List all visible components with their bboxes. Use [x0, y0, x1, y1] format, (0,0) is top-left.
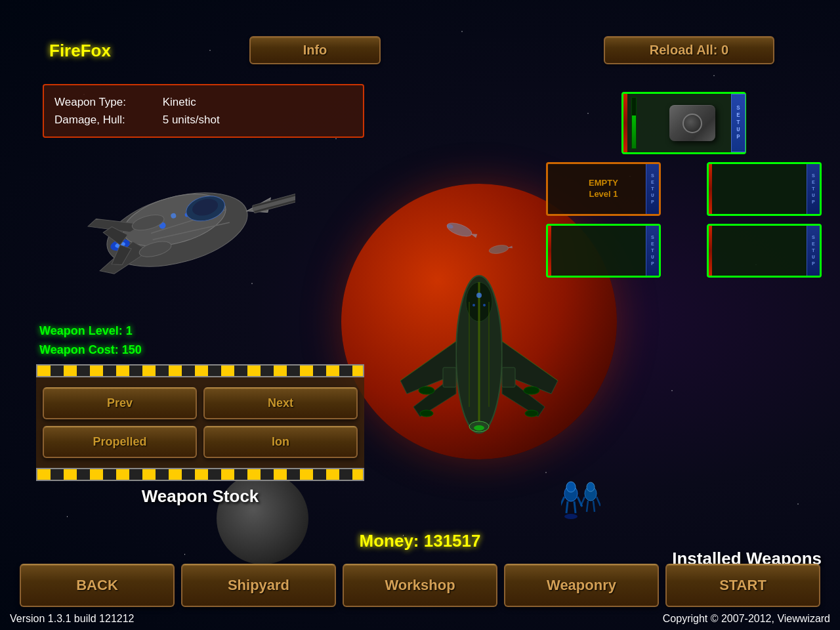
setup-tab-bot-left[interactable]: SETUP — [646, 226, 659, 276]
weaponry-button[interactable]: Weaponry — [504, 564, 659, 607]
start-button[interactable]: START — [665, 564, 820, 607]
svg-point-43 — [566, 482, 576, 492]
ship-name: FireFox — [49, 41, 111, 60]
svg-line-46 — [566, 501, 568, 513]
svg-rect-35 — [443, 368, 456, 387]
weapon-cost: Weapon Cost: 150 — [39, 341, 142, 360]
ship-display — [0, 118, 295, 322]
svg-point-40 — [472, 304, 475, 306]
hazard-border-top — [36, 364, 364, 377]
reload-all-button[interactable]: Reload All: 0 — [604, 36, 774, 64]
svg-point-41 — [483, 304, 486, 306]
svg-point-30 — [524, 387, 539, 394]
weapon-type-value: Kinetic — [163, 96, 196, 108]
small-fighters — [407, 210, 538, 292]
weapon-stats: Weapon Level: 1 Weapon Cost: 150 — [39, 322, 142, 360]
version-text: Version 1.3.1 build 121212 — [10, 613, 134, 625]
setup-tab-mid-left[interactable]: SETUP — [646, 164, 659, 214]
svg-line-53 — [587, 501, 588, 512]
copyright-text: Copyright © 2007-2012, Viewwizard — [663, 613, 830, 625]
svg-point-32 — [525, 410, 538, 417]
svg-point-48 — [564, 514, 578, 519]
prev-button[interactable]: Prev — [43, 387, 197, 419]
back-button[interactable]: BACK — [20, 564, 175, 607]
weapon-stock-title: Weapon Stock — [36, 486, 364, 507]
svg-line-54 — [593, 501, 595, 512]
money-display: Money: 131517 — [360, 531, 481, 551]
svg-point-50 — [587, 482, 595, 492]
weapon-slots-middle: EMPTYLevel 1 SETUP SETUP — [546, 162, 822, 216]
workshop-button[interactable]: Workshop — [343, 564, 497, 607]
propelled-button[interactable]: Propelled — [43, 426, 197, 458]
next-button[interactable]: Next — [203, 387, 358, 419]
weapon-slot-top[interactable]: SETUP — [621, 92, 746, 154]
svg-point-31 — [420, 410, 433, 417]
svg-point-34 — [474, 425, 484, 430]
weapon-level: Weapon Level: 1 — [39, 322, 142, 341]
svg-line-52 — [597, 497, 600, 506]
empty-slot-text: EMPTYLevel 1 — [548, 178, 659, 200]
svg-point-29 — [419, 387, 434, 394]
setup-tab-top[interactable]: SETUP — [731, 94, 746, 152]
svg-rect-36 — [502, 368, 515, 387]
weapon-slot-bot-right[interactable]: SETUP — [707, 224, 822, 278]
svg-point-58 — [488, 243, 509, 255]
weapon-slot-mid-left[interactable]: EMPTYLevel 1 SETUP — [546, 162, 661, 216]
setup-tab-mid-right[interactable]: SETUP — [807, 164, 820, 214]
setup-tab-bot-right[interactable]: SETUP — [807, 226, 820, 276]
svg-point-39 — [476, 293, 482, 298]
ion-button[interactable]: Ion — [203, 426, 358, 458]
svg-line-51 — [581, 497, 585, 506]
hazard-border-bottom — [36, 468, 364, 481]
weapon-type-label: Weapon Type: — [54, 93, 159, 111]
weapon-buttons: Prev Next Propelled Ion — [36, 377, 364, 468]
svg-line-47 — [574, 501, 576, 513]
svg-point-55 — [445, 220, 473, 240]
weapon-stock-panel: Prev Next Propelled Ion Weapon Stock — [36, 364, 364, 507]
info-button[interactable]: Info — [249, 36, 381, 64]
svg-line-44 — [561, 497, 564, 507]
bottom-nav: BACK Shipyard Workshop Weaponry START — [0, 564, 840, 607]
alien-figures — [561, 477, 600, 533]
weapon-slot-mid-right[interactable]: SETUP — [707, 162, 822, 216]
shipyard-button[interactable]: Shipyard — [181, 564, 336, 607]
